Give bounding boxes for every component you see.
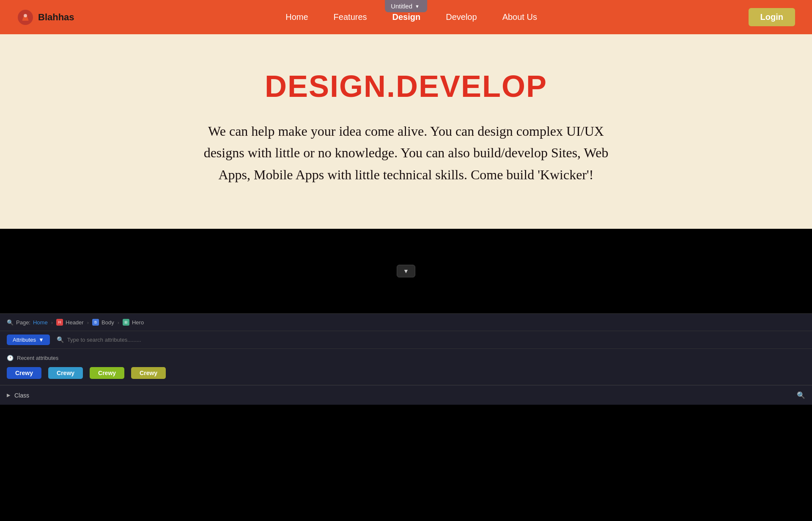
- nav-link-develop[interactable]: Develop: [446, 12, 477, 22]
- crewy-tag-4[interactable]: Crewy: [131, 367, 166, 379]
- hero-section: DESIGN.DEVELOP We can help make your ide…: [0, 34, 812, 229]
- chevron-down-icon: ▼: [38, 337, 44, 343]
- breadcrumb-hero[interactable]: ⊞ Hero: [123, 319, 144, 326]
- search-icon: 🔍: [7, 319, 14, 326]
- brand: Blahhas: [17, 9, 74, 26]
- breadcrumb-bar: 🔍 Page: Home › H Header › B Body › ⊞ Her…: [0, 313, 812, 331]
- crewy-tag-2[interactable]: Crewy: [48, 367, 83, 379]
- hero-icon: ⊞: [123, 319, 129, 326]
- nav-item-home[interactable]: Home: [285, 12, 308, 22]
- nav-link-home[interactable]: Home: [285, 12, 308, 22]
- header-icon: H: [56, 319, 63, 326]
- nav-item-about[interactable]: About Us: [502, 12, 537, 22]
- nav-item-design[interactable]: Design: [392, 12, 421, 22]
- breadcrumb-body-label: Body: [102, 319, 114, 326]
- nav-link-features[interactable]: Features: [334, 12, 367, 22]
- search-icon[interactable]: 🔍: [797, 391, 805, 399]
- navbar: Blahhas Untitled ▼ Home Features Design …: [0, 0, 812, 34]
- untitled-label: Untitled: [391, 3, 412, 10]
- hero-title: DESIGN.DEVELOP: [265, 69, 547, 104]
- crewy-tag-3[interactable]: Crewy: [90, 367, 124, 379]
- clock-icon: 🕐: [7, 355, 14, 361]
- attributes-button[interactable]: Attributes ▼: [7, 335, 50, 345]
- class-row: ▶ Class 🔍: [0, 385, 812, 405]
- hero-subtitle: We can help make your idea come alive. Y…: [203, 121, 609, 186]
- body-icon: B: [92, 319, 99, 326]
- recent-attributes-section: 🕐 Recent attributes Crewy Crewy Crewy Cr…: [0, 349, 812, 385]
- breadcrumb-page: 🔍 Page: Home: [7, 319, 48, 326]
- attributes-label: Attributes: [13, 337, 36, 343]
- recent-attributes-text: Recent attributes: [17, 355, 58, 361]
- untitled-tab-pill[interactable]: Untitled ▼: [385, 0, 427, 12]
- nav-item-features[interactable]: Features: [334, 12, 367, 22]
- triangle-right-icon: ▶: [7, 392, 10, 398]
- brand-logo-icon: [17, 9, 34, 26]
- breadcrumb-header[interactable]: H Header: [56, 319, 84, 326]
- svg-point-1: [24, 14, 27, 17]
- attributes-search-input[interactable]: [67, 337, 177, 343]
- breadcrumb-sep-3: ›: [118, 319, 119, 326]
- login-button[interactable]: Login: [749, 8, 795, 26]
- nav-link-design[interactable]: Design: [392, 12, 421, 22]
- chevron-down-icon: ▼: [415, 4, 420, 9]
- collapse-button[interactable]: ▼: [397, 265, 415, 277]
- breadcrumb-sep-1: ›: [51, 319, 53, 326]
- recent-label: 🕐 Recent attributes: [7, 355, 805, 361]
- nav-item-develop[interactable]: Develop: [446, 12, 477, 22]
- breadcrumb-home-link[interactable]: Home: [33, 319, 48, 326]
- brand-name: Blahhas: [38, 12, 74, 23]
- breadcrumb-body[interactable]: B Body: [92, 319, 114, 326]
- class-label: Class: [14, 392, 29, 399]
- search-icon: 🔍: [57, 336, 64, 343]
- nav-link-about[interactable]: About Us: [502, 12, 537, 22]
- black-section: ▼: [0, 229, 812, 313]
- breadcrumb-header-label: Header: [66, 319, 84, 326]
- attributes-bar: Attributes ▼ 🔍: [0, 331, 812, 349]
- attributes-search-area: 🔍: [57, 336, 805, 343]
- breadcrumb-page-label: Page:: [16, 319, 30, 326]
- crewy-tag-1[interactable]: Crewy: [7, 367, 41, 379]
- breadcrumb-hero-label: Hero: [132, 319, 144, 326]
- class-expand-toggle[interactable]: ▶ Class: [7, 392, 797, 399]
- crewy-tags-container: Crewy Crewy Crewy Crewy: [7, 367, 805, 379]
- chevron-down-icon: ▼: [403, 268, 409, 274]
- collapse-btn-wrapper: ▼: [397, 265, 415, 277]
- nav-menu: Home Features Design Develop About Us: [285, 12, 537, 22]
- breadcrumb-sep-2: ›: [87, 319, 89, 326]
